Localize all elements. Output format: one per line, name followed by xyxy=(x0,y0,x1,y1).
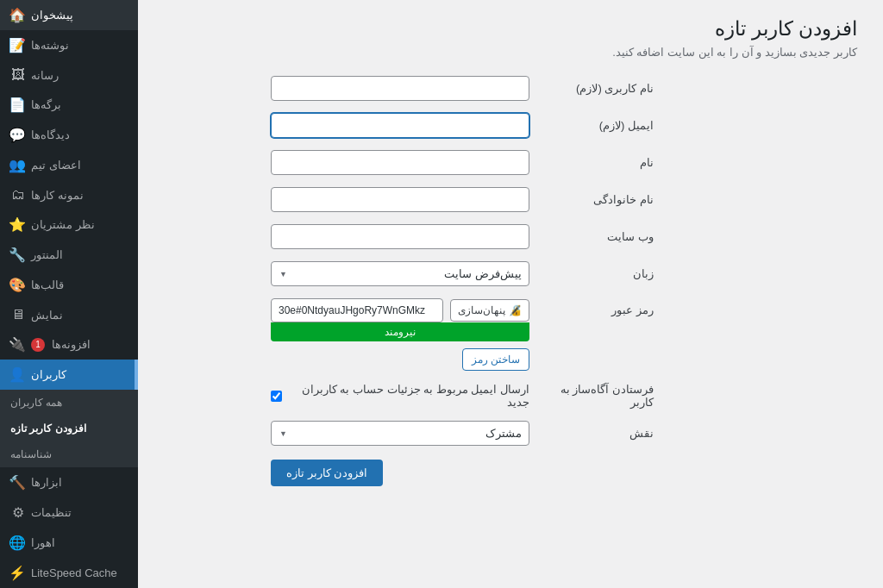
lastname-control xyxy=(271,187,529,212)
sidebar-item-label: نوشته‌ها xyxy=(31,39,69,52)
sidebar-item-label: برگه‌ها xyxy=(31,98,61,111)
website-label: وب سایت xyxy=(542,230,654,243)
sidebar-item-label: اعضای تیم xyxy=(31,159,81,172)
password-strength-bar: نیرومند xyxy=(271,322,529,341)
sidebar-subitem-profile[interactable]: شناسنامه xyxy=(0,441,138,467)
users-icon: 👤 xyxy=(10,366,26,383)
generate-password-button[interactable]: ساختن رمز xyxy=(462,348,529,371)
role-select[interactable]: مشترک xyxy=(271,421,529,446)
language-select[interactable]: پیش‌فرض سایت xyxy=(271,261,529,286)
sidebar-item-label: المنتور xyxy=(31,248,63,261)
sidebar-item-tools[interactable]: ابزارها 🔨 xyxy=(0,467,138,497)
sidebar-item-label: پیشخوان xyxy=(31,9,73,22)
hide-icon: 🔏 xyxy=(509,304,522,316)
sidebar-item-label: نظر مشتریان xyxy=(31,218,95,231)
sidebar-item-team[interactable]: اعضای تیم 👥 xyxy=(0,150,138,180)
hide-button-label: پنهان‌سازی xyxy=(458,304,505,316)
sidebar-item-comments[interactable]: دیدگاه‌ها 💬 xyxy=(0,120,138,150)
add-user-form: نام کاربری (لازم) ایمیل (لازم) نام xyxy=(271,76,857,486)
sidebar-item-label: دیدگاه‌ها xyxy=(31,128,70,141)
media-icon: 🖼 xyxy=(10,67,26,83)
language-label: زبان xyxy=(542,267,654,280)
pages-icon: 📄 xyxy=(10,97,26,113)
monitor-icon: 🔧 xyxy=(10,247,26,263)
dashboard-icon: 🏠 xyxy=(10,7,26,23)
sidebar-item-portfolio[interactable]: نمونه کارها 🗂 xyxy=(0,180,138,210)
sidebar-item-label: افزونه‌ها xyxy=(52,338,91,351)
firstname-row: نام xyxy=(271,150,857,175)
sidebar-item-label: LiteSpeed Cache xyxy=(31,566,117,579)
notify-text: ارسال ایمیل مربوط به جزئیات حساب به کارب… xyxy=(289,383,529,409)
lastname-row: نام خانوادگی xyxy=(271,187,857,212)
website-input[interactable] xyxy=(271,224,529,249)
submit-row: افزودن کاربر تازه xyxy=(271,460,857,486)
firstname-label: نام xyxy=(542,156,654,169)
email-row: ایمیل (لازم) xyxy=(271,113,857,138)
sidebar-item-plugins[interactable]: افزونه‌ها 1 🔌 xyxy=(0,329,138,360)
plugins-badge: 1 xyxy=(31,338,45,352)
language-row: زبان پیش‌فرض سایت xyxy=(271,261,857,286)
website-control xyxy=(271,224,529,249)
hide-password-button[interactable]: 🔏 پنهان‌سازی xyxy=(450,299,529,322)
role-select-wrapper: مشترک xyxy=(271,421,529,446)
role-label: نقش xyxy=(542,427,654,440)
add-user-button[interactable]: افزودن کاربر تازه xyxy=(271,460,383,486)
main-content: افزودن کاربر تازه کاربر جدیدی بسازید و آ… xyxy=(138,0,883,588)
generate-label: ساختن رمز xyxy=(472,353,520,366)
password-row: رمز عبور 🔏 پنهان‌سازی نیرو xyxy=(271,298,857,371)
username-row: نام کاربری (لازم) xyxy=(271,76,857,101)
email-label: ایمیل (لازم) xyxy=(542,119,654,132)
lastname-input[interactable] xyxy=(271,187,529,212)
sidebar-item-media[interactable]: رسانه 🖼 xyxy=(0,60,138,90)
username-control xyxy=(271,76,529,101)
sidebar-item-settings[interactable]: تنظیمات ⚙ xyxy=(0,497,138,528)
notify-label: فرستادن آگاه‌ساز به کاربر xyxy=(542,383,654,409)
reviews-icon: ⭐ xyxy=(10,216,26,233)
notify-row: فرستادن آگاه‌ساز به کاربر ارسال ایمیل مر… xyxy=(271,383,857,409)
plugins-icon: 🔌 xyxy=(10,336,26,353)
portfolio-icon: 🗂 xyxy=(10,187,26,203)
language-select-wrapper: پیش‌فرض سایت xyxy=(271,261,529,286)
sidebar-item-dashboard[interactable]: پیشخوان 🏠 xyxy=(0,0,138,30)
subitem-label: شناسنامه xyxy=(10,448,52,460)
sidebar-item-litespeed[interactable]: LiteSpeed Cache ⚡ xyxy=(0,558,138,588)
sidebar-item-ahora[interactable]: اهورا 🌐 xyxy=(0,528,138,558)
firstname-control xyxy=(271,150,529,175)
sidebar-item-posts[interactable]: نوشته‌ها 📝 xyxy=(0,30,138,60)
email-input[interactable] xyxy=(271,113,529,138)
website-row: وب سایت xyxy=(271,224,857,249)
email-control xyxy=(271,113,529,138)
password-input[interactable] xyxy=(271,298,443,322)
sidebar-item-pages[interactable]: برگه‌ها 📄 xyxy=(0,90,138,120)
sidebar-subitem-add-user[interactable]: افزودن کاربر تازه xyxy=(0,416,138,441)
sidebar-item-users[interactable]: کاربران 👤 xyxy=(0,360,138,390)
lastname-label: نام خانوادگی xyxy=(542,193,654,206)
role-control: مشترک xyxy=(271,421,529,446)
sidebar-item-display[interactable]: نمایش 🖥 xyxy=(0,300,138,329)
sidebar-item-reviews[interactable]: نظر مشتریان ⭐ xyxy=(0,210,138,240)
username-input[interactable] xyxy=(271,76,529,101)
posts-icon: 📝 xyxy=(10,37,26,53)
ahora-icon: 🌐 xyxy=(10,535,26,551)
notify-checkbox[interactable] xyxy=(271,391,282,402)
sidebar: پیشخوان 🏠 نوشته‌ها 📝 رسانه 🖼 برگه‌ها 📄 د… xyxy=(0,0,138,588)
username-label: نام کاربری (لازم) xyxy=(542,82,654,95)
firstname-input[interactable] xyxy=(271,150,529,175)
sidebar-item-themes[interactable]: قالب‌ها 🎨 xyxy=(0,270,138,300)
sidebar-subitem-all-users[interactable]: همه کاربران xyxy=(0,390,138,416)
password-strength-label: نیرومند xyxy=(385,326,416,338)
sidebar-item-label: نمایش xyxy=(31,309,63,322)
settings-icon: ⚙ xyxy=(10,504,26,521)
submit-label: افزودن کاربر تازه xyxy=(286,466,367,479)
themes-icon: 🎨 xyxy=(10,277,26,293)
notify-control: ارسال ایمیل مربوط به جزئیات حساب به کارب… xyxy=(271,383,529,409)
tools-icon: 🔨 xyxy=(10,474,26,491)
sidebar-item-label: اهورا xyxy=(31,536,55,549)
sidebar-item-monitor[interactable]: المنتور 🔧 xyxy=(0,240,138,270)
sidebar-item-label: کاربران xyxy=(31,368,66,381)
subitem-label: همه کاربران xyxy=(10,397,62,409)
sidebar-item-label: قالب‌ها xyxy=(31,278,64,291)
page-subtitle: کاربر جدیدی بسازید و آن را به این سایت ا… xyxy=(155,46,857,59)
sidebar-item-label: تنظیمات xyxy=(31,506,72,519)
page-title: افزودن کاربر تازه xyxy=(155,17,857,41)
